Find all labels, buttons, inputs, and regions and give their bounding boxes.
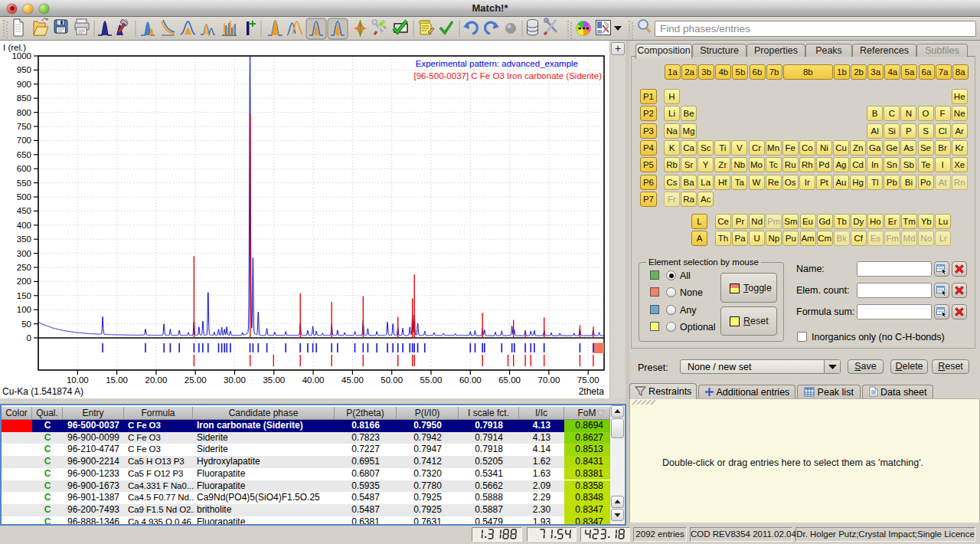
svg-text:Experimental pattern: advanced: Experimental pattern: advanced_example	[416, 59, 578, 68]
svg-text:350: 350	[17, 234, 31, 244]
svg-text:10.00: 10.00	[67, 375, 89, 385]
svg-text:900: 900	[17, 80, 31, 89]
svg-text:800: 800	[17, 108, 31, 117]
svg-text:250: 250	[17, 263, 31, 272]
svg-text:50.00: 50.00	[381, 375, 403, 385]
svg-text:750: 750	[17, 122, 31, 131]
svg-text:65.00: 65.00	[498, 375, 521, 385]
svg-text:45.00: 45.00	[341, 375, 364, 385]
svg-text:0: 0	[27, 333, 31, 342]
svg-text:650: 650	[17, 150, 31, 159]
svg-text:300: 300	[17, 249, 31, 258]
svg-text:I (rel.): I (rel.)	[3, 43, 26, 52]
svg-text:500: 500	[17, 192, 31, 202]
svg-text:850: 850	[17, 93, 31, 103]
svg-text:100: 100	[17, 305, 31, 314]
svg-text:70.00: 70.00	[538, 375, 560, 385]
svg-text:550: 550	[17, 179, 31, 188]
svg-text:60.00: 60.00	[459, 375, 482, 385]
svg-text:[96-500-0037] C Fe O3 Iron car: [96-500-0037] C Fe O3 Iron carbonate (Si…	[414, 71, 603, 80]
svg-text:Cu-Ka (1.541874 A): Cu-Ka (1.541874 A)	[2, 386, 83, 397]
svg-text:40.00: 40.00	[302, 375, 325, 385]
svg-text:30.00: 30.00	[224, 375, 246, 385]
svg-text:15.00: 15.00	[106, 375, 128, 385]
svg-text:20.00: 20.00	[145, 375, 168, 385]
svg-text:950: 950	[17, 65, 31, 74]
svg-text:25.00: 25.00	[185, 375, 207, 385]
svg-text:35.00: 35.00	[263, 375, 285, 385]
svg-text:600: 600	[17, 164, 31, 173]
svg-text:200: 200	[17, 277, 31, 286]
svg-text:75.00: 75.00	[577, 375, 599, 385]
svg-text:700: 700	[17, 136, 31, 145]
svg-text:2theta: 2theta	[579, 386, 605, 397]
svg-text:450: 450	[17, 206, 31, 215]
svg-text:150: 150	[17, 291, 31, 300]
svg-text:50: 50	[21, 320, 31, 329]
svg-text:55.00: 55.00	[420, 375, 443, 385]
svg-text:400: 400	[17, 221, 31, 230]
svg-text:1000: 1000	[11, 51, 31, 61]
